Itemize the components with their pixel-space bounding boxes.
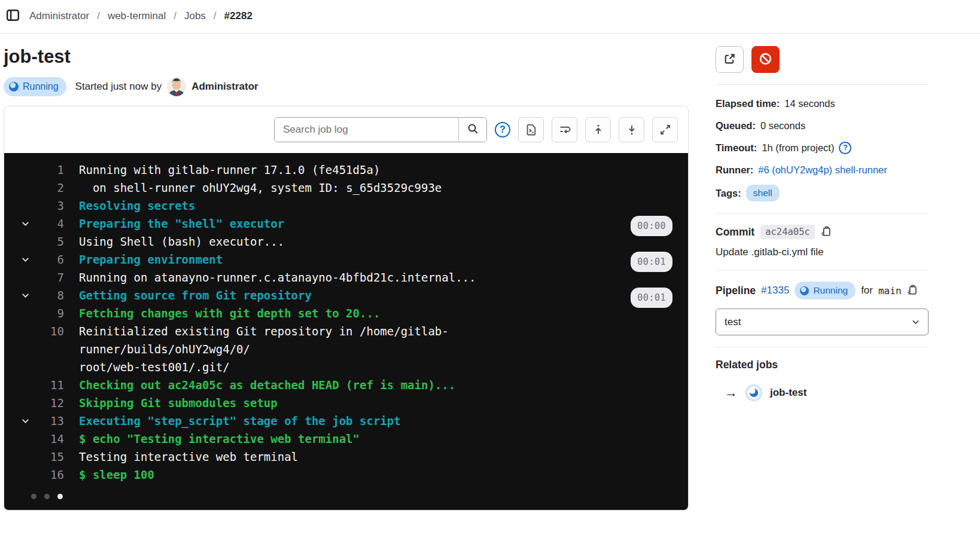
log-loading-dots — [31, 494, 688, 499]
breadcrumb-item-job-id: #2282 — [224, 10, 252, 22]
scroll-to-top-icon — [592, 124, 604, 136]
breadcrumb-item-jobs[interactable]: Jobs — [184, 10, 206, 22]
log-line-text: Reinitialized existing Git repository in… — [64, 322, 688, 376]
log-line: 14$ echo "Testing interactive web termin… — [4, 430, 688, 448]
log-line: 8Getting source from Git repository00:01 — [4, 286, 688, 304]
log-line-gutter: 9 — [4, 304, 64, 322]
detail-tags: Tags: shell — [716, 185, 929, 201]
pipeline-id-link[interactable]: #1335 — [761, 285, 789, 297]
raw-log-icon — [525, 124, 537, 136]
scroll-to-bottom-button[interactable] — [619, 117, 644, 142]
timeout-help-icon[interactable]: ? — [839, 142, 851, 154]
breadcrumb-separator: / — [97, 10, 100, 22]
log-line-gutter: 12 — [4, 394, 64, 412]
log-line: 12Skipping Git submodules setup — [4, 394, 688, 412]
log-line-gutter: 1 — [4, 161, 64, 179]
cancel-job-button[interactable] — [751, 46, 780, 73]
log-line-number[interactable]: 9 — [57, 304, 64, 322]
status-badge: Running — [4, 77, 66, 96]
log-line-text: $ echo "Testing interactive web terminal… — [64, 430, 688, 448]
copy-ref-button[interactable] — [907, 285, 918, 297]
log-line-text: Preparing environment — [64, 250, 688, 268]
fullscreen-icon — [659, 124, 671, 136]
breadcrumb-item-project[interactable]: web-terminal — [108, 10, 166, 22]
elapsed-time-value: 14 seconds — [784, 96, 835, 111]
log-line-number[interactable]: 12 — [50, 394, 64, 412]
copy-commit-button[interactable] — [821, 226, 832, 239]
log-line-number[interactable]: 1 — [57, 161, 64, 179]
runner-link[interactable]: #6 (ohUY2wg4p) shell-runner — [758, 163, 887, 177]
log-line-number[interactable]: 14 — [50, 430, 64, 448]
breadcrumb: Administrator / web-terminal / Jobs / #2… — [29, 10, 252, 22]
arrow-right-icon: → — [725, 385, 738, 401]
related-jobs-heading: Related jobs — [716, 359, 929, 371]
search-input[interactable] — [275, 118, 458, 142]
raw-log-button[interactable] — [518, 117, 544, 142]
copy-icon — [821, 226, 832, 239]
log-line-gutter: 11 — [4, 376, 64, 394]
log-line-number[interactable]: 16 — [50, 466, 64, 484]
log-line-text: Fetching changes with git depth set to 2… — [64, 304, 688, 322]
related-job-link[interactable]: job-test — [770, 387, 806, 399]
log-line-number[interactable]: 13 — [50, 412, 64, 430]
log-line-text: Resolving secrets — [64, 197, 688, 215]
pipeline-label: Pipeline — [716, 285, 756, 297]
detail-timeout: Timeout: 1h (from project) ? — [716, 140, 929, 155]
commit-row: Commit ac24a05c — [716, 225, 929, 239]
search-group — [274, 117, 487, 142]
log-line-text: on shell-runner ohUY2wg4, system ID: s_6… — [64, 179, 688, 197]
log-lines: 1Running with gitlab-runner 17.1.0 (fe45… — [4, 161, 688, 484]
scroll-to-top-button[interactable] — [585, 117, 611, 142]
log-line-text: Preparing the "shell" executor — [64, 215, 688, 233]
log-line: 3Resolving secrets — [4, 197, 688, 215]
log-line-text: Executing "step_script" stage of the job… — [64, 412, 688, 430]
detail-queued: Queued: 0 seconds — [716, 118, 929, 133]
log-line-number[interactable]: 10 — [50, 322, 64, 376]
search-button[interactable] — [458, 118, 486, 142]
log-line-number[interactable]: 2 — [57, 179, 64, 197]
log-line-number[interactable]: 6 — [57, 250, 64, 268]
log-line-number[interactable]: 11 — [50, 376, 64, 394]
log-line-gutter: 6 — [4, 250, 64, 268]
job-log-terminal: 1Running with gitlab-runner 17.1.0 (fe45… — [4, 153, 688, 510]
stage-select[interactable]: test — [716, 308, 929, 335]
author-name: Administrator — [191, 81, 258, 93]
log-line-number[interactable]: 8 — [57, 286, 64, 304]
pipeline-status-badge: Running — [795, 282, 856, 299]
sidebar-toggle-button[interactable] — [5, 7, 21, 25]
wrap-lines-button[interactable] — [552, 117, 577, 142]
commit-sha[interactable]: ac24a05c — [760, 225, 815, 239]
log-line-gutter: 7 — [4, 268, 64, 286]
log-line-text: Skipping Git submodules setup — [64, 394, 688, 412]
running-status-icon — [800, 286, 809, 295]
chevron-down-icon[interactable] — [20, 219, 31, 229]
breadcrumb-item-administrator[interactable]: Administrator — [29, 10, 89, 22]
open-external-button[interactable] — [716, 46, 744, 73]
chevron-down-icon[interactable] — [20, 416, 31, 426]
log-line: 15Testing interactive web terminal — [4, 448, 688, 466]
job-log-container: ? — [4, 106, 689, 511]
chevron-down-icon[interactable] — [20, 255, 31, 265]
log-line: 5Using Shell (bash) executor... — [4, 233, 688, 250]
log-line-gutter: 13 — [4, 412, 64, 430]
fullscreen-button[interactable] — [652, 117, 678, 142]
external-link-icon — [723, 53, 736, 67]
log-line-number[interactable]: 3 — [57, 197, 64, 215]
cancel-icon — [759, 52, 772, 68]
log-line-text: Getting source from Git repository — [64, 286, 688, 304]
chevron-down-icon[interactable] — [20, 291, 31, 301]
scroll-to-bottom-icon — [626, 124, 638, 136]
sidebar-toggle-icon — [6, 8, 20, 24]
breadcrumb-separator: / — [174, 10, 176, 22]
log-line: 13Executing "step_script" stage of the j… — [4, 412, 688, 430]
log-line-gutter: 3 — [4, 197, 64, 215]
log-line-number[interactable]: 5 — [57, 233, 64, 250]
detail-elapsed-time: Elapsed time: 14 seconds — [716, 96, 929, 111]
log-line-number[interactable]: 7 — [57, 268, 64, 286]
search-help-icon[interactable]: ? — [495, 122, 510, 137]
status-badge-label: Running — [23, 81, 59, 92]
job-log-toolbar: ? — [4, 106, 688, 153]
log-line-number[interactable]: 15 — [50, 448, 64, 466]
log-line-gutter: 10 — [4, 322, 64, 376]
log-line-number[interactable]: 4 — [57, 215, 64, 233]
